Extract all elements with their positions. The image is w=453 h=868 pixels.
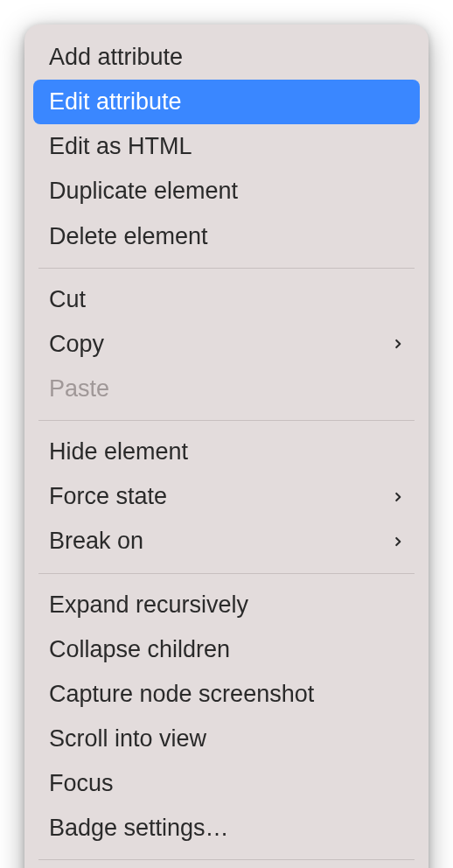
menu-item-label: Collapse children bbox=[49, 633, 230, 667]
chevron-right-icon bbox=[392, 491, 404, 503]
menu-duplicate-element[interactable]: Duplicate element bbox=[24, 169, 429, 214]
menu-item-label: Cut bbox=[49, 283, 86, 317]
menu-badge-settings[interactable]: Badge settings… bbox=[24, 806, 429, 850]
menu-scroll-into-view[interactable]: Scroll into view bbox=[24, 717, 429, 761]
menu-item-label: Delete element bbox=[49, 220, 208, 254]
menu-separator bbox=[38, 268, 415, 269]
chevron-right-icon bbox=[392, 536, 404, 548]
menu-force-state[interactable]: Force state bbox=[24, 474, 429, 519]
menu-item-label: Edit attribute bbox=[49, 85, 182, 119]
menu-copy[interactable]: Copy bbox=[24, 322, 429, 367]
menu-item-label: Paste bbox=[49, 372, 109, 406]
menu-capture-node-screenshot[interactable]: Capture node screenshot bbox=[24, 672, 429, 717]
menu-item-label: Add attribute bbox=[49, 40, 183, 74]
menu-edit-attribute[interactable]: Edit attribute bbox=[33, 80, 420, 124]
menu-edit-as-html[interactable]: Edit as HTML bbox=[24, 124, 429, 169]
menu-item-label: Badge settings… bbox=[49, 811, 229, 845]
menu-expand-recursively[interactable]: Expand recursively bbox=[24, 583, 429, 627]
menu-delete-element[interactable]: Delete element bbox=[24, 214, 429, 259]
menu-cut[interactable]: Cut bbox=[24, 277, 429, 322]
menu-item-label: Expand recursively bbox=[49, 588, 248, 622]
menu-item-label: Hide element bbox=[49, 435, 188, 469]
menu-item-label: Focus bbox=[49, 766, 114, 801]
menu-item-label: Break on bbox=[49, 524, 143, 558]
menu-collapse-children[interactable]: Collapse children bbox=[24, 627, 429, 672]
menu-separator bbox=[38, 420, 415, 421]
chevron-right-icon bbox=[392, 338, 404, 350]
menu-focus[interactable]: Focus bbox=[24, 761, 429, 806]
menu-item-label: Copy bbox=[49, 327, 104, 361]
menu-separator bbox=[38, 573, 415, 574]
menu-paste: Paste bbox=[24, 367, 429, 411]
context-menu: Add attributeEdit attributeEdit as HTMLD… bbox=[24, 24, 429, 868]
menu-item-label: Scroll into view bbox=[49, 722, 206, 756]
menu-add-attribute[interactable]: Add attribute bbox=[24, 35, 429, 80]
menu-item-label: Edit as HTML bbox=[49, 130, 192, 164]
menu-break-on[interactable]: Break on bbox=[24, 519, 429, 564]
menu-item-label: Force state bbox=[49, 480, 167, 514]
menu-separator bbox=[38, 859, 415, 860]
menu-hide-element[interactable]: Hide element bbox=[24, 430, 429, 474]
menu-item-label: Duplicate element bbox=[49, 174, 238, 208]
menu-item-label: Capture node screenshot bbox=[49, 677, 314, 711]
